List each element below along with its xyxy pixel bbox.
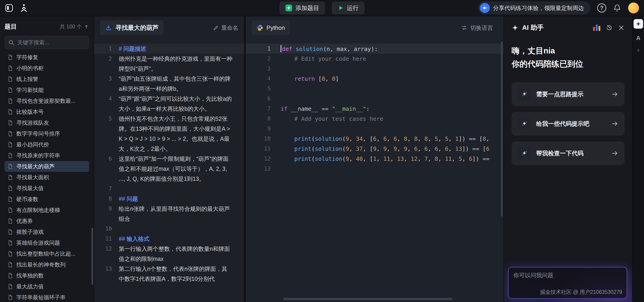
close-icon[interactable] [618, 24, 624, 31]
sidebar-item[interactable]: 优惠券 [4, 216, 89, 226]
code-line[interactable]: 11 print(solution(9, 37, [9, 9, 9, 9, 6,… [246, 144, 504, 154]
sidebar-item[interactable]: 最小趋同代价 [4, 139, 89, 150]
sidebar-item[interactable]: 小明的书柜 [4, 63, 89, 74]
sidebar-item[interactable]: 线上报警 [4, 74, 89, 84]
sidebar-item-label: 摇骰子游戏 [16, 228, 44, 236]
activity-flag-icon[interactable] [593, 24, 600, 31]
ai-launcher-button[interactable] [634, 19, 643, 29]
sidebar-item[interactable]: 字符修复 [4, 52, 89, 63]
sidebar-item[interactable]: 寻找最大面积 [4, 172, 89, 183]
sidebar-item[interactable]: 寻找包含斐波那契数最... [4, 96, 89, 106]
line-number: 1 [246, 46, 270, 52]
user-avatar[interactable] [628, 2, 639, 14]
sidebar-item[interactable]: 寻找原来的字符串 [4, 150, 89, 161]
code-line[interactable]: 7if __name__ == "__main__": [246, 104, 504, 114]
problem-title-chip[interactable]: 寻找最大的葫芦 [100, 20, 164, 35]
code-line[interactable]: 12 print(solution(9, 40, [1, 11, 13, 12,… [246, 154, 504, 164]
run-button[interactable]: 运行 [332, 2, 364, 14]
document-icon [7, 164, 13, 170]
add-question-button[interactable]: + 添加题目 [280, 2, 325, 14]
code-line[interactable]: 8 # Add your test cases here [246, 114, 504, 124]
language-chip[interactable]: Python [252, 20, 290, 35]
sidebar-item[interactable]: 找出最长的神奇数列 [4, 259, 89, 270]
sparkle-icon [512, 24, 518, 31]
problem-text: 德州扑克是一种经典的扑克游戏，里面有一种牌型叫“葫芦”。 [119, 54, 232, 74]
sidebar-item-label: 找出整型数组中占比超... [16, 250, 76, 258]
line-number: 11 [94, 234, 112, 244]
ai-suggestion-card[interactable]: 需要一点思路提示 [512, 82, 624, 106]
document-icon [7, 207, 13, 213]
problem-line: 10 [94, 224, 244, 234]
code-line[interactable]: 13 [246, 164, 504, 174]
line-number: 4 [246, 76, 270, 82]
sidebar-item-label: 最大战力值 [16, 283, 44, 290]
history-icon[interactable] [606, 24, 612, 31]
code-line[interactable]: 5 [246, 84, 504, 94]
sidebar-item[interactable]: 比较版本号 [4, 106, 89, 117]
sidebar-item[interactable]: 摇骰子游戏 [4, 226, 89, 238]
ai-greeting: 嗨，丈目nia 你的代码陪练已到位 [512, 44, 624, 70]
ai-suggestion-cards: 需要一点思路提示给我一些代码提示吧帮我检查一下代码 [512, 82, 624, 165]
switch-language-button[interactable]: 切换语言 [461, 24, 493, 32]
sidebar-item-label: 找出最长的神奇数列 [16, 261, 66, 268]
card-label: 帮我检查一下代码 [536, 150, 584, 157]
run-label: 运行 [347, 4, 358, 12]
code-text: # Add your test cases here [280, 116, 384, 122]
sidebar-item[interactable]: 找出整型数组中占比超... [4, 248, 89, 259]
sidebar-item[interactable]: 学习新技能 [4, 84, 89, 96]
code-lines[interactable]: 1def solution(n, max, array):2 # Edit yo… [246, 39, 504, 302]
problem-content[interactable]: 1# 问题描述2德州扑克是一种经典的扑克游戏，里面有一种牌型叫“葫芦”。3“葫芦… [94, 39, 244, 302]
code-line[interactable]: 6 [246, 94, 504, 104]
problem-line: 11## 输入格式 [94, 234, 244, 244]
code-line[interactable]: 9 [246, 124, 504, 134]
sidebar-item[interactable]: 有点限制地走楼梯 [4, 205, 89, 216]
ai-greeting-line1: 嗨，丈目nia [512, 44, 624, 57]
sidebar-scrollbar[interactable] [92, 228, 93, 285]
document-icon [7, 262, 13, 268]
code-line[interactable]: 2 # Edit your code here [246, 54, 504, 64]
sidebar-item[interactable]: 硬币凑数 [4, 194, 89, 205]
brand [5, 4, 29, 12]
sidebar-item[interactable]: 寻找最大值 [4, 183, 89, 194]
brand-logo-icon[interactable] [19, 4, 29, 12]
code-line[interactable]: 4 return [0, 0] [246, 74, 504, 84]
play-icon [338, 5, 344, 11]
strip-a-button[interactable]: A [636, 34, 640, 42]
editor-horizontal-scrollbar[interactable] [283, 298, 452, 300]
problem-text: 这里给“葫芦”加一个限制规则，“葫芦”的牌面值之和不能超过max（可以等于），A… [119, 154, 232, 184]
ai-suggestion-card[interactable]: 帮我检查一下代码 [512, 142, 624, 165]
search-box [4, 36, 89, 49]
promo-banner[interactable]: 分享代码练习体验，领限量定制周边 [478, 1, 590, 14]
arrow-up-icon[interactable] [84, 24, 89, 29]
editor-vertical-scrollbar[interactable] [501, 42, 503, 216]
sidebar-item-label: 有点限制地走楼梯 [16, 206, 60, 214]
document-icon [7, 142, 13, 148]
rename-button[interactable]: 重命名 [213, 24, 238, 32]
sidebar-item[interactable]: 数字字母问号排序 [4, 128, 89, 139]
switch-language-label: 切换语言 [470, 24, 493, 32]
ai-suggestion-card[interactable]: 给我一些代码提示吧 [512, 112, 624, 136]
ai-input-box[interactable]: 掘金技术社区 @ 用户21063530279 [508, 267, 627, 299]
magic-icon [522, 91, 527, 97]
sidebar-item[interactable]: 最大战力值 [4, 281, 89, 292]
ai-watermark: 掘金技术社区 @ 用户21063530279 [540, 288, 622, 296]
sidebar-item[interactable]: 英雄组合游戏问题 [4, 238, 89, 248]
document-icon [7, 120, 13, 126]
sidebar-item[interactable]: 寻找最大的葫芦 [4, 161, 89, 172]
bell-icon[interactable] [613, 4, 621, 12]
sidebar-item[interactable]: 找单独的数 [4, 270, 89, 281]
line-number: 8 [246, 116, 270, 122]
sidebar-item[interactable]: 字符串最短循环子串 [4, 292, 89, 302]
sidebar-item-label: 找单独的数 [16, 272, 44, 279]
code-line[interactable]: 1def solution(n, max, array): [246, 44, 504, 54]
board-logo-icon[interactable] [5, 4, 13, 12]
help-icon[interactable]: ? [597, 4, 606, 12]
code-line[interactable]: 10 print(solution(9, 34, [6, 6, 6, 8, 8,… [246, 134, 504, 144]
search-input[interactable] [17, 39, 86, 46]
strip-sparkle-icon[interactable] [636, 48, 641, 53]
ai-question-input[interactable] [514, 272, 622, 288]
problem-text: ## 问题 [119, 194, 232, 204]
sidebar-item[interactable]: 寻找游戏队友 [4, 117, 89, 128]
code-line[interactable]: 3 [246, 64, 504, 74]
document-icon [7, 240, 13, 246]
